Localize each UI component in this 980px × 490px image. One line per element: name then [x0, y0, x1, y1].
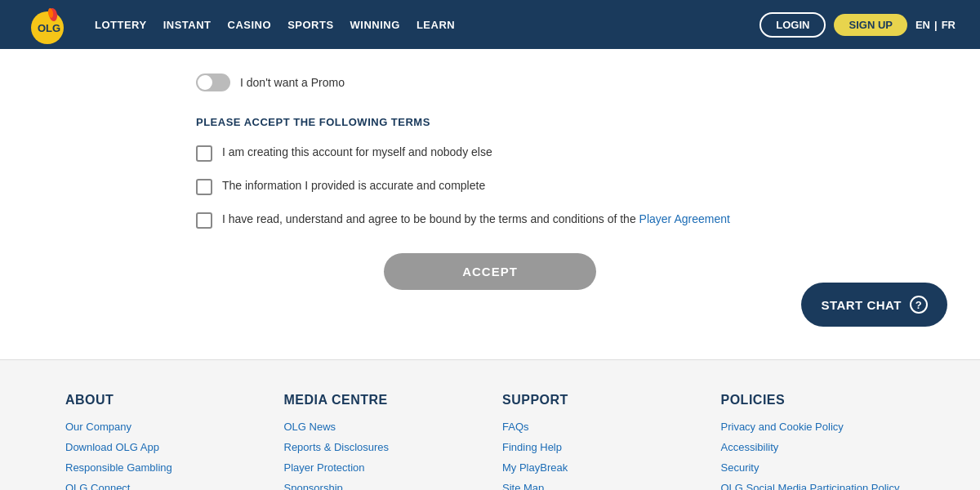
- footer-sponsorship[interactable]: Sponsorship: [284, 482, 479, 490]
- footer: ABOUT Our Company Download OLG App Respo…: [0, 359, 980, 490]
- nav-casino[interactable]: CASINO: [228, 19, 272, 31]
- checkbox-row-3: I have read, understand and agree to be …: [196, 212, 784, 229]
- header-right: LOGIN SIGN UP EN | FR: [760, 12, 956, 38]
- promo-toggle[interactable]: [196, 74, 230, 91]
- checkbox-1[interactable]: [196, 145, 212, 162]
- footer-download-app[interactable]: Download OLG App: [65, 441, 260, 453]
- start-chat-label: START CHAT: [821, 298, 902, 312]
- lang-en[interactable]: EN: [915, 19, 930, 31]
- footer-finding-help[interactable]: Finding Help: [502, 441, 697, 453]
- checkbox-row-1: I am creating this account for myself an…: [196, 145, 784, 162]
- footer-col-about: ABOUT Our Company Download OLG App Respo…: [65, 393, 260, 490]
- terms-heading: PLEASE ACCEPT THE FOLLOWING TERMS: [196, 116, 784, 128]
- footer-col-policies: POLICIES Privacy and Cookie Policy Acces…: [721, 393, 915, 490]
- logo: OLG: [24, 5, 70, 44]
- footer-about-title: ABOUT: [65, 393, 260, 408]
- svg-text:OLG: OLG: [38, 22, 60, 34]
- language-switcher: EN | FR: [915, 19, 956, 31]
- checkbox-2[interactable]: [196, 179, 212, 195]
- start-chat-button[interactable]: START CHAT ?: [801, 283, 947, 327]
- nav-lottery[interactable]: LOTTERY: [95, 19, 147, 31]
- footer-col-support: SUPPORT FAQs Finding Help My PlayBreak S…: [502, 393, 697, 490]
- footer-col-media: MEDIA CENTRE OLG News Reports & Disclosu…: [284, 393, 479, 490]
- footer-responsible-gambling[interactable]: Responsible Gambling: [65, 461, 260, 474]
- checkbox-3-text-before: I have read, understand and agree to be …: [222, 212, 639, 225]
- footer-policies-title: POLICIES: [721, 393, 915, 408]
- header-left: OLG LOTTERY INSTANT CASINO SPORTS WINNIN…: [24, 5, 455, 44]
- nav-winning[interactable]: WINNING: [350, 19, 400, 31]
- footer-reports-disclosures[interactable]: Reports & Disclosures: [284, 441, 479, 453]
- footer-site-map[interactable]: Site Map: [502, 482, 697, 490]
- header: OLG LOTTERY INSTANT CASINO SPORTS WINNIN…: [0, 0, 980, 49]
- checkbox-3-label: I have read, understand and agree to be …: [222, 212, 730, 228]
- promo-toggle-label: I don't want a Promo: [240, 76, 345, 89]
- footer-social-media-policy[interactable]: OLG Social Media Participation Policy: [721, 482, 915, 490]
- accept-button[interactable]: ACCEPT: [384, 253, 596, 290]
- nav-sports[interactable]: SPORTS: [287, 19, 333, 31]
- footer-olg-connect[interactable]: OLG Connect: [65, 482, 260, 490]
- signup-button[interactable]: SIGN UP: [834, 14, 906, 36]
- promo-toggle-row: I don't want a Promo: [196, 74, 784, 91]
- footer-olg-news[interactable]: OLG News: [284, 421, 479, 433]
- footer-privacy-cookie[interactable]: Privacy and Cookie Policy: [721, 421, 915, 433]
- checkbox-2-label: The information I provided is accurate a…: [222, 178, 485, 194]
- footer-our-company[interactable]: Our Company: [65, 421, 260, 433]
- footer-player-protection[interactable]: Player Protection: [284, 461, 479, 474]
- login-button[interactable]: LOGIN: [760, 12, 826, 38]
- lang-divider: |: [934, 19, 938, 31]
- footer-faqs[interactable]: FAQs: [502, 421, 697, 433]
- checkbox-row-2: The information I provided is accurate a…: [196, 178, 784, 195]
- nav-instant[interactable]: INSTANT: [163, 19, 212, 31]
- footer-accessibility[interactable]: Accessibility: [721, 441, 915, 453]
- checkbox-1-label: I am creating this account for myself an…: [222, 145, 492, 161]
- main-nav: LOTTERY INSTANT CASINO SPORTS WINNING LE…: [95, 19, 455, 31]
- chat-icon: ?: [910, 296, 928, 314]
- player-agreement-link[interactable]: Player Agreement: [639, 212, 730, 225]
- footer-my-playbreak[interactable]: My PlayBreak: [502, 461, 697, 474]
- footer-media-title: MEDIA CENTRE: [284, 393, 479, 408]
- olg-logo-svg: OLG: [24, 5, 70, 44]
- footer-support-title: SUPPORT: [502, 393, 697, 408]
- accept-section: ACCEPT: [196, 253, 784, 290]
- form-section: I don't want a Promo PLEASE ACCEPT THE F…: [180, 74, 800, 290]
- checkbox-3[interactable]: [196, 212, 212, 229]
- nav-learn[interactable]: LEARN: [416, 19, 455, 31]
- footer-grid: ABOUT Our Company Download OLG App Respo…: [65, 393, 915, 490]
- lang-fr[interactable]: FR: [942, 19, 956, 31]
- footer-security[interactable]: Security: [721, 461, 915, 474]
